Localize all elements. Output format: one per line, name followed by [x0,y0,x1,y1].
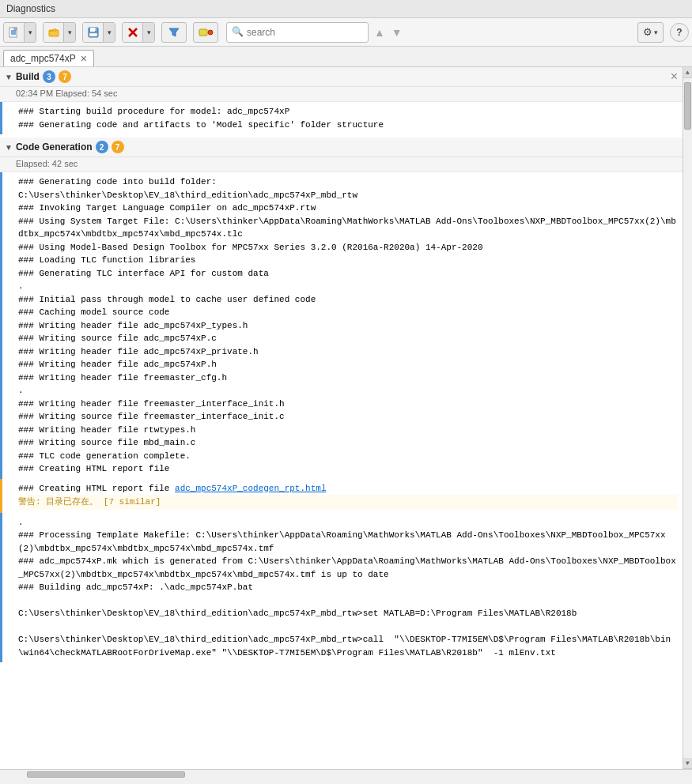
build-time: 02:34 PM Elapsed: 54 sec [0,87,683,102]
gear-icon: ⚙ [643,26,652,38]
scroll-thumb[interactable] [684,82,691,130]
open-dropdown-button[interactable]: ▾ [64,22,75,43]
codegen-info-badge: 2 [96,141,108,153]
html-report-link[interactable]: adc_mpc574xP_codegen_rpt.html [175,484,326,493]
codegen-warn-section: ### Creating HTML report file adc_mpc574… [0,479,683,513]
search-icon: 🔍 [232,26,244,38]
codegen-section-body-after: . ### Processing Template Makefile: C:\U… [0,513,683,663]
diagnostics-pane[interactable]: ▼ Build 3 7 × 02:34 PM Elapsed: 54 sec #… [0,67,683,769]
tab-adc[interactable]: adc_mpc574xP × [3,50,94,66]
title-bar: Diagnostics [0,0,692,18]
build-section-body: ### Starting build procedure for model: … [0,102,683,134]
main-content: ▼ Build 3 7 × 02:34 PM Elapsed: 54 sec #… [0,67,692,769]
build-content: ### Starting build procedure for model: … [18,105,678,131]
nav-down-button[interactable]: ▼ [389,24,405,40]
scroll-track[interactable] [683,78,692,758]
search-input[interactable] [247,27,357,38]
codegen-title: Code Generation [16,141,93,153]
toolbar: ▾ ▾ ▾ ▾ 🔍 [0,18,692,47]
tab-label: adc_mpc574xP [10,53,76,64]
breakpoints-button[interactable] [193,22,218,43]
save-dropdown-button[interactable]: ▾ [104,22,115,43]
tab-bar: adc_mpc574xP × [0,47,692,67]
save-button-group: ▾ [82,22,115,43]
svg-point-15 [208,30,213,35]
build-warn-badge: 7 [59,70,71,83]
scroll-up-button[interactable]: ▲ [683,67,693,78]
svg-rect-14 [199,29,207,36]
save-button[interactable] [83,22,104,43]
svg-rect-10 [89,33,97,36]
codegen-warn-text: ### Creating HTML report file adc_mpc574… [18,482,678,510]
warn-line: 警告: 目录已存在。 [7 similar] [18,495,678,510]
vertical-scrollbar[interactable]: ▲ ▼ [683,67,692,769]
help-icon: ? [676,27,682,38]
delete-button-group: ▾ [122,22,155,43]
build-collapse-icon: ▼ [5,73,13,81]
open-button[interactable] [43,22,64,43]
new-button-group: ▾ [3,22,36,43]
svg-rect-1 [14,28,17,30]
codegen-content-after: . ### Processing Template Makefile: C:\U… [18,516,678,660]
help-button[interactable]: ? [670,23,689,42]
codegen-time: Elapsed: 42 sec [0,157,683,172]
svg-rect-9 [95,28,96,31]
build-close-button[interactable]: × [671,70,678,83]
codegen-content-before: ### Generating code into build folder: C… [18,175,678,476]
codegen-section-header[interactable]: ▼ Code Generation 2 7 [0,138,683,157]
scroll-down-button[interactable]: ▼ [683,758,693,769]
codegen-section-body: ### Generating code into build folder: C… [0,172,683,479]
search-box: 🔍 [226,22,369,43]
build-title: Build [16,71,40,82]
search-nav: ▲ ▼ [372,24,405,40]
build-info-badge: 3 [43,70,55,83]
build-section-header[interactable]: ▼ Build 3 7 × [0,67,683,87]
window-title: Diagnostics [6,3,55,14]
delete-dropdown-button[interactable]: ▾ [143,22,154,43]
codegen-collapse-icon: ▼ [5,143,13,152]
new-button[interactable] [4,22,25,43]
codegen-warn-badge: 7 [112,141,124,153]
horizontal-scrollbar[interactable] [0,769,692,778]
tab-close-button[interactable]: × [81,53,87,64]
h-scroll-thumb[interactable] [27,771,185,778]
new-dropdown-button[interactable]: ▾ [25,22,36,43]
svg-marker-13 [169,28,179,36]
svg-rect-8 [90,28,95,32]
delete-button[interactable] [123,22,143,43]
open-button-group: ▾ [43,22,76,43]
filter-button[interactable] [161,22,187,43]
settings-button[interactable]: ⚙ ▾ [637,22,664,43]
settings-dropdown-arrow: ▾ [654,28,658,36]
nav-up-button[interactable]: ▲ [372,24,388,40]
